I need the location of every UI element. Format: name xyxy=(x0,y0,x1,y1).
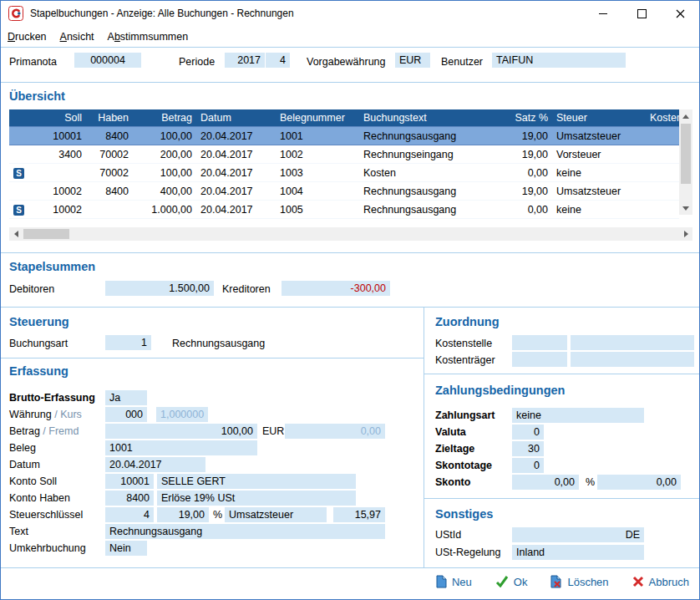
close-icon xyxy=(676,9,685,18)
buchungsart-field[interactable]: 1 xyxy=(105,335,151,350)
kostenstelle-label: Kostenstelle xyxy=(435,336,492,351)
horizontal-scrollbar-thumb[interactable] xyxy=(23,229,69,239)
kostentraeger-field-2[interactable] xyxy=(571,352,694,367)
kreditoren-field[interactable]: -300,00 xyxy=(282,281,390,296)
maximize-button[interactable] xyxy=(622,1,661,26)
umkehrbuchung-field[interactable]: Nein xyxy=(105,541,147,556)
periode-month-field[interactable]: 4 xyxy=(266,53,290,68)
konto-soll-label: Konto Soll xyxy=(9,474,57,489)
uebersicht-title: Übersicht xyxy=(9,89,65,103)
periode-year-field[interactable]: 2017 xyxy=(225,53,265,68)
zieltage-field[interactable]: 30 xyxy=(512,441,544,456)
cell-soll: 10001 xyxy=(38,127,86,145)
scroll-down-button[interactable] xyxy=(679,201,692,215)
debitoren-field[interactable]: 1.500,00 xyxy=(105,281,214,296)
cell-datum: 20.04.2017 xyxy=(196,182,276,201)
col-kostenstelle[interactable]: Kostenstel xyxy=(646,109,679,127)
konto-soll-field[interactable]: 10001 xyxy=(105,474,154,489)
kurs-field[interactable]: 1,000000 xyxy=(156,407,208,422)
cell-datum: 20.04.2017 xyxy=(196,145,276,164)
scroll-up-button[interactable] xyxy=(679,109,692,123)
delete-document-icon xyxy=(550,575,562,588)
divider xyxy=(424,498,699,499)
kostenstelle-field-1[interactable] xyxy=(512,335,567,350)
abbruch-button[interactable]: Abbruch xyxy=(632,576,689,588)
col-satz[interactable]: Satz % xyxy=(505,109,552,127)
loeschen-button[interactable]: Löschen xyxy=(550,575,608,588)
benutzer-label: Benutzer xyxy=(441,54,483,69)
cell-satz: 19,00 xyxy=(505,127,552,145)
valuta-field[interactable]: 0 xyxy=(512,425,544,440)
split-booking-badge: S xyxy=(13,205,24,216)
cell-steuer: keine xyxy=(552,201,646,219)
col-steuer[interactable]: Steuer xyxy=(552,109,646,127)
fremd-sublabel: / Fremd xyxy=(40,425,79,437)
zahlungsart-field[interactable]: keine xyxy=(512,408,644,423)
kostentraeger-field-1[interactable] xyxy=(512,352,567,367)
konto-haben-name-field[interactable]: Erlöse 19% USt xyxy=(157,491,356,506)
konto-haben-field[interactable]: 8400 xyxy=(105,491,154,506)
text-field[interactable]: Rechnungsausgang xyxy=(105,524,385,539)
cell-datum: 20.04.2017 xyxy=(196,127,276,145)
steuersatz-field[interactable]: 19,00 xyxy=(157,507,209,522)
menu-ansicht[interactable]: Ansicht xyxy=(53,28,101,45)
benutzer-field[interactable]: TAIFUN xyxy=(492,53,626,68)
table-row[interactable]: S 70002 100,00 20.04.2017 1003 Kosten 0,… xyxy=(9,164,679,182)
waehrung-field[interactable]: 000 xyxy=(105,407,147,422)
cell-buchungstext: Rechnungsausgang xyxy=(359,182,505,201)
col-datum[interactable]: Datum xyxy=(196,109,276,127)
col-select[interactable] xyxy=(9,109,38,127)
konto-soll-name-field[interactable]: SELLE GERT xyxy=(157,474,356,489)
primanota-field[interactable]: 000004 xyxy=(74,53,141,68)
menu-drucken[interactable]: Drucken xyxy=(1,28,53,45)
cell-satz: 0,00 xyxy=(505,201,552,219)
beleg-field[interactable]: 1001 xyxy=(105,440,257,455)
erfassung-title: Erfassung xyxy=(9,364,68,378)
cell-haben xyxy=(86,201,133,219)
steuerschluessel-field[interactable]: 4 xyxy=(105,507,154,522)
table-row[interactable]: S 10002 1.000,00 20.04.2017 1005 Rechnun… xyxy=(9,201,679,219)
neu-button[interactable]: Neu xyxy=(436,575,472,588)
table-row[interactable]: 10002 8400 400,00 20.04.2017 1004 Rechnu… xyxy=(9,182,679,201)
menu-abstimmsummen[interactable]: Abstimmsummen xyxy=(101,28,195,45)
col-buchungstext[interactable]: Buchungstext xyxy=(359,109,505,127)
vorgabewaehrung-field[interactable]: EUR xyxy=(395,53,430,68)
scroll-down-icon xyxy=(682,206,689,211)
horizontal-scrollbar[interactable] xyxy=(9,227,692,241)
col-haben[interactable]: Haben xyxy=(86,109,133,127)
cell-belegnummer: 1001 xyxy=(276,127,359,145)
close-button[interactable] xyxy=(661,1,699,26)
brutto-field[interactable]: Ja xyxy=(105,390,147,405)
percent-label: % xyxy=(586,475,595,490)
skonto-field[interactable]: 0,00 xyxy=(512,475,579,490)
scroll-left-button[interactable] xyxy=(9,227,23,241)
col-belegnummer[interactable]: Belegnummer xyxy=(276,109,359,127)
window-title: Stapelbuchungen - Anzeige: Alle Buchunge… xyxy=(30,8,294,19)
scroll-right-button[interactable] xyxy=(679,227,692,241)
ustid-field[interactable]: DE xyxy=(512,527,644,542)
table-row[interactable]: 3400 70002 200,00 20.04.2017 1002 Rechnu… xyxy=(9,145,679,164)
divider xyxy=(1,82,699,83)
steuerart-field[interactable]: Umsatzsteuer xyxy=(225,507,327,522)
table-row[interactable]: 10001 8400 100,00 20.04.2017 1001 Rechnu… xyxy=(9,127,679,145)
vertical-scrollbar-thumb[interactable] xyxy=(681,124,691,184)
skonto-betrag-field[interactable]: 0,00 xyxy=(597,475,681,490)
kostenstelle-field-2[interactable] xyxy=(571,335,694,350)
app-icon xyxy=(8,6,23,21)
minimize-button[interactable] xyxy=(584,1,622,26)
scroll-right-icon xyxy=(684,231,688,237)
ok-button[interactable]: Ok xyxy=(495,576,528,588)
betrag-field[interactable]: 100,00 xyxy=(105,424,257,439)
steuerbetrag-field[interactable]: 15,97 xyxy=(333,507,385,522)
vertical-scrollbar[interactable] xyxy=(679,109,692,215)
col-soll[interactable]: Soll xyxy=(38,109,86,127)
skontotage-field[interactable]: 0 xyxy=(512,458,544,473)
ust-regelung-field[interactable]: Inland xyxy=(512,545,644,560)
cell-satz: 0,00 xyxy=(505,164,552,182)
datum-field[interactable]: 20.04.2017 xyxy=(105,457,205,472)
fremd-field[interactable]: 0,00 xyxy=(285,424,385,439)
ustid-label: UStId xyxy=(435,527,461,542)
col-betrag[interactable]: Betrag xyxy=(133,109,196,127)
cell-belegnummer: 1005 xyxy=(276,201,359,219)
cell-steuer: Umsatzsteuer xyxy=(552,182,646,201)
